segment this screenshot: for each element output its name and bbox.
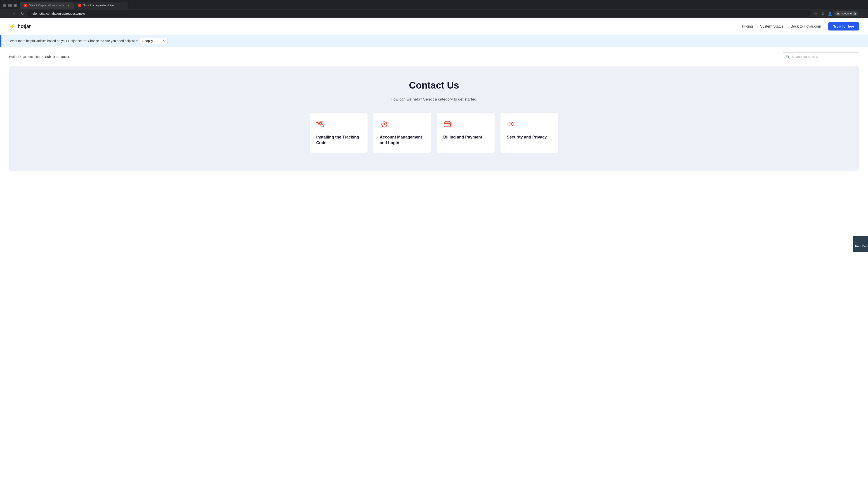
eye-icon [507,120,552,130]
main-content-area: Contact Us How can we help? Select a cat… [9,66,859,171]
tab-title-2: Submit a request – Hotjar Docu... [83,4,119,7]
menu-button[interactable]: ⋮ [859,10,865,17]
page-content: ⚡ hotjar Pricing System Status Back to H… [0,18,868,488]
incognito-icon: 🕵 [836,12,840,15]
hotjar-nav: ⚡ hotjar Pricing System Status Back to H… [0,18,868,35]
download-button[interactable]: ⬇ [819,10,826,17]
tab-close-1[interactable]: ✕ [66,4,70,7]
breadcrumb-current: Submit a request [45,55,69,59]
tab-favicon-2: ⚡ [78,4,81,7]
info-banner: Want more helpful articles based on your… [0,35,868,47]
card-title-account: Account Management and Login [380,134,425,146]
reload-button[interactable]: ↻ [19,10,25,17]
svg-rect-0 [444,122,451,127]
browser-chrome: ─ □ ✕ ⚡ Sites & Organizations - Hotjar ✕… [0,0,868,18]
search-box[interactable]: 🔍 [782,53,859,61]
system-status-link[interactable]: System Status [760,24,783,29]
card-title-installing: Installing the Tracking Code [316,134,361,146]
window-controls: ─ □ ✕ [3,4,17,7]
category-card-installing[interactable]: Installing the Tracking Code [310,112,368,153]
card-title-billing: Billing and Payment [443,134,488,140]
category-card-account[interactable]: Account Management and Login [373,112,431,153]
breadcrumb-separator: > [41,55,43,59]
pricing-link[interactable]: Pricing [742,24,753,29]
profile-button[interactable]: 👤 [827,10,833,17]
gear-icon [380,120,425,130]
browser-actions: ☆ ⬇ 👤 🕵 Incognito (2) ⋮ [812,10,865,17]
nav-links: Pricing System Status Back to Hotjar.com… [742,22,859,31]
search-input[interactable] [792,55,855,59]
browser-tab-1[interactable]: ⚡ Sites & Organizations - Hotjar ✕ [20,2,74,9]
forward-button[interactable]: → [11,10,17,17]
contact-title: Contact Us [18,80,850,91]
breadcrumb-parent[interactable]: Hotjar Documentation [9,55,39,59]
tab-close-2[interactable]: ✕ [121,4,125,7]
category-card-billing[interactable]: Billing and Payment [437,112,495,153]
wallet-icon [443,120,488,130]
breadcrumb: Hotjar Documentation > Submit a request [9,55,69,59]
contact-subtitle: How can we help? Select a category to ge… [18,97,850,102]
card-title-security: Security and Privacy [507,134,552,140]
banner-text: Want more helpful articles based on your… [10,39,138,43]
try-free-button[interactable]: Try it for free [828,22,859,31]
hotjar-logo-text: hotjar [18,24,31,29]
breadcrumb-search-row: Hotjar Documentation > Submit a request … [0,47,868,66]
incognito-badge: 🕵 Incognito (2) [834,11,858,16]
hotjar-logo[interactable]: ⚡ hotjar [9,23,31,30]
tabs-container: ⚡ Sites & Organizations - Hotjar ✕ ⚡ Sub… [20,2,865,9]
address-bar-row: ← → ↻ ☆ ⬇ 👤 🕵 Incognito (2) ⋮ [0,9,868,18]
back-button[interactable]: ← [3,10,9,17]
search-icon: 🔍 [786,55,790,59]
new-tab-button[interactable]: + [129,3,135,9]
address-input[interactable] [27,10,811,17]
back-to-hotjar-link[interactable]: Back to Hotjar.com [791,24,821,29]
wrench-icon [316,120,361,130]
category-card-security[interactable]: Security and Privacy [500,112,558,153]
incognito-label: Incognito (2) [841,12,856,15]
site-selector[interactable]: Shopify WordPress Wix Squarespace Custom [140,38,168,44]
tab-title-1: Sites & Organizations - Hotjar [29,4,65,7]
tabs-bar: ─ □ ✕ ⚡ Sites & Organizations - Hotjar ✕… [0,0,868,9]
help-center-feedback-tab[interactable]: 💬 Help Center feedback [853,236,868,252]
svg-point-1 [510,123,512,125]
hotjar-logo-icon: ⚡ [9,23,16,30]
tab-favicon-1: ⚡ [24,4,27,7]
feedback-label: Help Center feedback [855,245,868,248]
close-window-button[interactable]: ✕ [13,4,17,7]
bookmark-button[interactable]: ☆ [812,10,819,17]
browser-tab-2[interactable]: ⚡ Submit a request – Hotjar Docu... ✕ [74,2,128,9]
minimize-button[interactable]: ─ [3,4,6,7]
maximize-button[interactable]: □ [8,4,12,7]
category-grid: Installing the Tracking Code Account Man… [310,112,558,153]
